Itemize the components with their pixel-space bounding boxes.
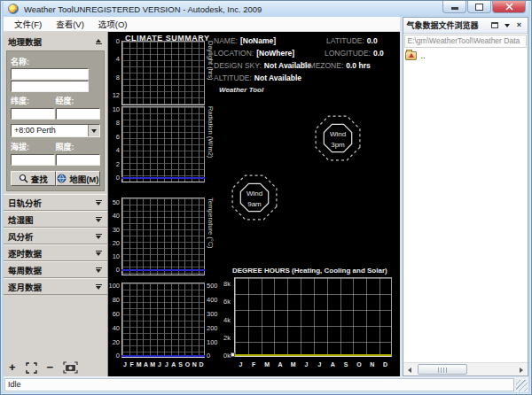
timezone-dropdown-button[interactable] [88, 125, 99, 136]
zoom-in-button[interactable]: + [9, 361, 16, 374]
chart-plot [121, 41, 205, 105]
map-button-label: 地图(M) [69, 173, 98, 185]
menu-options[interactable]: 选项(O) [91, 16, 135, 32]
list-item-parent-folder[interactable]: .. [405, 51, 526, 60]
maximize-button[interactable] [467, 1, 491, 13]
climate-canvas: CLIMATE SUMMARY NAME:[NoName] LATITUDE:0… [108, 32, 400, 376]
latitude-input[interactable] [11, 108, 55, 120]
browser-panel-title: 气象数据文件浏览器 [406, 19, 488, 31]
wind-rose-label: Wind [330, 130, 346, 138]
section-label: 逐时数据 [8, 247, 42, 259]
section-weekly-data[interactable]: 每周数据 [4, 261, 107, 278]
collapse-icon[interactable] [96, 39, 102, 45]
browser-path-field[interactable]: E:\gm\WeatherTool\Weather Data [404, 35, 527, 48]
illuminance-input[interactable] [56, 154, 100, 166]
y-tick-label-right: 200 [207, 324, 221, 332]
caption-buttons [442, 1, 526, 13]
menu-view[interactable]: 查看(V) [49, 16, 91, 32]
x-tick-label: M [286, 361, 300, 368]
timezone-value: +8:00 Perth [12, 125, 88, 136]
y-tick-label: 4 [108, 146, 120, 154]
name-label: 名称: [11, 56, 100, 67]
section-psychrometric[interactable]: 焓湿图 [4, 211, 107, 228]
info-design-sky-row: DESIGN SKY:Not Available [214, 61, 311, 70]
x-tick-label: N [191, 361, 198, 368]
degree-hours-plot [234, 277, 392, 357]
snapshot-camera-button[interactable] [63, 361, 78, 374]
scroll-left-button[interactable] [403, 364, 416, 376]
longitude-input[interactable] [56, 108, 100, 120]
float-window-icon [491, 22, 498, 28]
y-tick-label: 80 [108, 296, 120, 304]
resize-grip[interactable] [516, 380, 528, 391]
horizontal-scrollbar[interactable] [403, 362, 528, 376]
x-tick-label: F [129, 361, 136, 368]
statusbar: Idle [4, 376, 528, 392]
close-icon: × [517, 21, 521, 29]
y-tick-label: 2 [108, 160, 120, 168]
section-monthly-data[interactable]: 逐月数据 [4, 278, 107, 295]
scroll-right-button[interactable] [515, 364, 528, 376]
y-tick-label: 4k [211, 316, 231, 324]
titlebar: Weather ToolUNREGISTERED VERSION - Autod… [4, 1, 528, 17]
map-button[interactable]: 地图(M) [56, 171, 101, 186]
section-label: 逐月数据 [8, 281, 42, 293]
x-tick-label: M [136, 361, 143, 368]
x-tick-label: N [365, 361, 379, 368]
x-tick-label: J [234, 361, 247, 368]
expand-icon [96, 283, 102, 290]
degree-hours-title: DEGREE HOURS (Heating, Cooling and Solar… [232, 267, 387, 275]
expand-icon [96, 267, 102, 273]
find-button[interactable]: 查找 [11, 171, 56, 186]
zero-line [121, 355, 205, 357]
axis-label: Daylight (hrs) [207, 41, 215, 105]
wind-rose-3pm: Wind 3pm [309, 110, 366, 167]
weather-tool-logo: Weather Tool [219, 86, 263, 94]
panel-close-button[interactable]: × [513, 20, 525, 31]
close-icon [505, 3, 513, 11]
x-tick-label: O [184, 361, 192, 368]
section-wind[interactable]: 风分析 [4, 228, 107, 244]
expand-icon [96, 199, 102, 205]
solar-baseline [234, 354, 392, 356]
minimize-button[interactable] [442, 1, 466, 13]
expand-icon [96, 250, 102, 256]
geo-data-form: 名称: 纬度: 经度: +8:00 Perth [6, 50, 105, 191]
y-tick-label: 2k [211, 334, 231, 342]
x-tick-label: J [163, 361, 170, 368]
altitude-input[interactable] [11, 154, 55, 166]
name-input[interactable] [11, 68, 89, 80]
section-hourly-data[interactable]: 逐时数据 [4, 244, 107, 261]
scrollbar-thumb[interactable] [418, 364, 467, 375]
zoom-fit-button[interactable] [26, 362, 37, 374]
x-tick-label: D [198, 361, 205, 368]
analysis-accordion: 日轨分析 焓湿图 风分析 逐时数据 [4, 194, 107, 295]
x-tick-label: A [326, 361, 340, 368]
close-button[interactable] [492, 1, 526, 13]
panel-float-button[interactable] [489, 20, 500, 31]
weather-data-browser-panel: 气象数据文件浏览器 × E:\gm\WeatherTool\Weather Da… [403, 17, 528, 376]
section-label: 日轨分析 [8, 197, 42, 209]
zoom-toolbar: + − [9, 361, 78, 374]
x-tick-label: A [143, 361, 150, 368]
maximize-icon [475, 4, 483, 11]
x-tick-label: A [274, 361, 287, 368]
menu-file[interactable]: 文件(F) [7, 16, 49, 32]
info-name-row: NAME:[NoName] [214, 36, 276, 45]
panel-menu-button[interactable] [501, 20, 512, 31]
wind-rose-time: 3pm [331, 141, 345, 149]
section-label: 每周数据 [8, 264, 42, 276]
section-sun-path[interactable]: 日轨分析 [4, 194, 107, 211]
window-title: Weather ToolUNREGISTERED VERSION - Autod… [24, 4, 262, 14]
info-location-row: LOCATION:[NoWhere] [214, 49, 294, 58]
y-tick-label: 8k [211, 280, 231, 288]
section-label: 焓湿图 [8, 213, 34, 226]
y-tick-label: 50 [108, 198, 120, 206]
wind-rose-label: Wind [246, 190, 262, 198]
timezone-select[interactable]: +8:00 Perth [11, 124, 100, 137]
name-input-2[interactable] [11, 81, 89, 92]
y-tick-label: 8 [108, 119, 120, 127]
geo-data-section-header[interactable]: 地理数据 [4, 32, 107, 50]
x-tick-label: M [261, 361, 274, 368]
zoom-out-button[interactable]: − [47, 361, 54, 374]
